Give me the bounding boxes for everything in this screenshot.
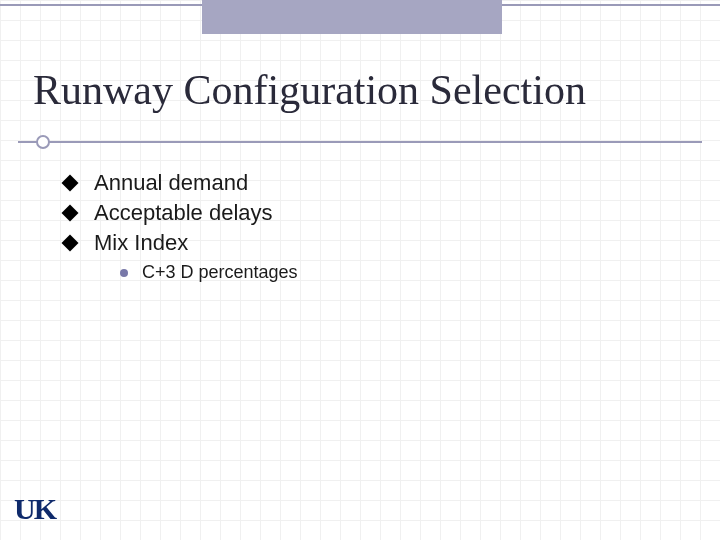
diamond-bullet-icon [62, 235, 79, 252]
uk-logo: UK [14, 492, 55, 526]
list-item: Annual demand [64, 170, 298, 196]
sub-list-item-label: C+3 D percentages [142, 262, 298, 283]
list-item: Mix Index [64, 230, 298, 256]
title-underline [18, 141, 702, 143]
top-accent-block [202, 0, 502, 34]
diamond-bullet-icon [62, 175, 79, 192]
list-item-label: Annual demand [94, 170, 248, 196]
dot-bullet-icon [120, 269, 128, 277]
sub-list-item: C+3 D percentages [120, 262, 298, 283]
list-item-label: Acceptable delays [94, 200, 273, 226]
bullet-list: Annual demand Acceptable delays Mix Inde… [64, 170, 298, 283]
slide-title: Runway Configuration Selection [33, 66, 586, 114]
list-item: Acceptable delays [64, 200, 298, 226]
diamond-bullet-icon [62, 205, 79, 222]
sub-list: C+3 D percentages [120, 262, 298, 283]
list-item-label: Mix Index [94, 230, 188, 256]
